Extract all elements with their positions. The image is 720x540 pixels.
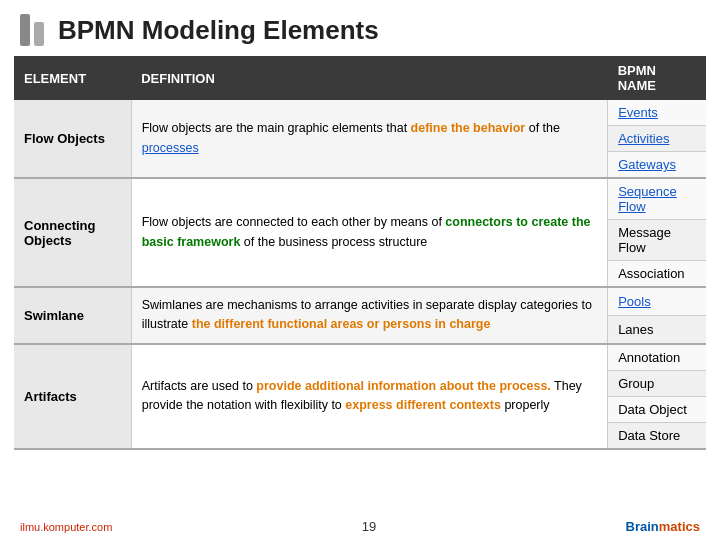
page: BPMN Modeling Elements ELEMENT DEFINITIO… xyxy=(0,0,720,540)
logo-matics: matics xyxy=(659,519,700,534)
header: BPMN Modeling Elements xyxy=(0,0,720,56)
definition-cell: Artifacts are used to provide additional… xyxy=(131,344,607,449)
footer: ilmu.komputer.com 19 Brainmatics xyxy=(0,515,720,540)
table-row: Flow ObjectsFlow objects are the main gr… xyxy=(14,100,706,126)
header-icon xyxy=(20,14,44,46)
col-header-element: ELEMENT xyxy=(14,56,131,100)
bpmn-name-cell: Data Store xyxy=(608,422,706,449)
col-header-bpmn: BPMN NAME xyxy=(608,56,706,100)
table-header-row: ELEMENT DEFINITION BPMN NAME xyxy=(14,56,706,100)
bpmn-name-cell: Group xyxy=(608,370,706,396)
page-title: BPMN Modeling Elements xyxy=(58,15,379,46)
main-table: ELEMENT DEFINITION BPMN NAME Flow Object… xyxy=(14,56,706,450)
footer-logo: Brainmatics xyxy=(626,519,700,534)
table-row: Connecting ObjectsFlow objects are conne… xyxy=(14,178,706,220)
bpmn-name-cell: Association xyxy=(608,261,706,288)
element-cell: Flow Objects xyxy=(14,100,131,178)
icon-bar-1 xyxy=(20,14,30,46)
definition-cell: Flow objects are the main graphic elemen… xyxy=(131,100,607,178)
bpmn-name-cell: Events xyxy=(608,100,706,126)
table-container: ELEMENT DEFINITION BPMN NAME Flow Object… xyxy=(0,56,720,515)
bpmn-name-cell: Message Flow xyxy=(608,220,706,261)
bpmn-name-cell: Lanes xyxy=(608,315,706,343)
table-row: SwimlaneSwimlanes are mechanisms to arra… xyxy=(14,287,706,315)
element-cell: Connecting Objects xyxy=(14,178,131,287)
footer-left: ilmu.komputer.com xyxy=(20,521,112,533)
table-row: ArtifactsArtifacts are used to provide a… xyxy=(14,344,706,371)
bpmn-name-cell: Annotation xyxy=(608,344,706,371)
definition-cell: Swimlanes are mechanisms to arrange acti… xyxy=(131,287,607,344)
icon-bar-2 xyxy=(34,22,44,46)
bpmn-name-cell: Gateways xyxy=(608,152,706,179)
bpmn-name-cell: Sequence Flow xyxy=(608,178,706,220)
logo-brain: Brain xyxy=(626,519,659,534)
element-cell: Artifacts xyxy=(14,344,131,449)
footer-page-number: 19 xyxy=(362,519,376,534)
bpmn-name-cell: Pools xyxy=(608,287,706,315)
element-cell: Swimlane xyxy=(14,287,131,344)
definition-cell: Flow objects are connected to each other… xyxy=(131,178,607,287)
footer-site: ilmu.komputer.com xyxy=(20,521,112,533)
bpmn-name-cell: Data Object xyxy=(608,396,706,422)
col-header-definition: DEFINITION xyxy=(131,56,607,100)
bpmn-name-cell: Activities xyxy=(608,126,706,152)
